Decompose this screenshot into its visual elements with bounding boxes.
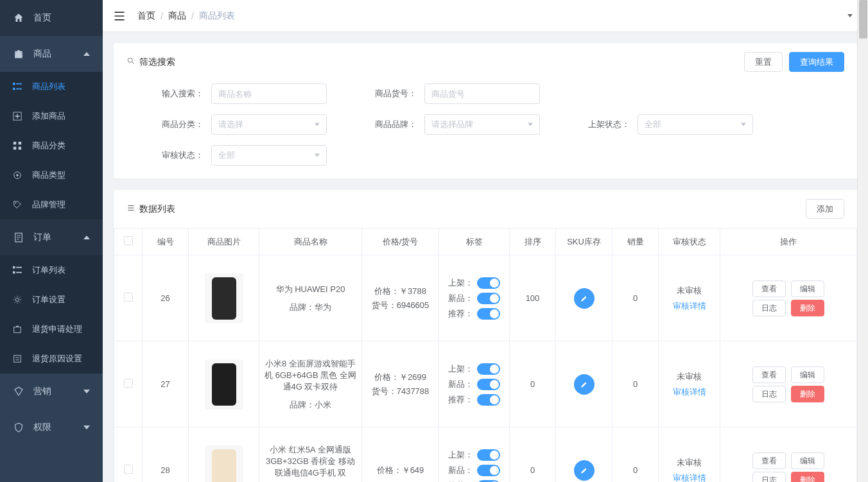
cell-price: 价格：￥2699 货号：7437788 (362, 341, 439, 427)
cell-sku-stock (556, 341, 612, 427)
svg-rect-1 (13, 83, 15, 85)
subnav-return-reason[interactable]: 退货原因设置 (0, 344, 103, 374)
svg-rect-20 (14, 356, 21, 363)
review-select[interactable]: 全部 (211, 145, 327, 166)
subnav-order-list[interactable]: 订单列表 (0, 255, 103, 285)
doc-icon (13, 232, 24, 243)
delete-button[interactable]: 删除 (791, 472, 824, 483)
cell-name: 小米 红米5A 全网通版 3GB+32GB 香槟金 移动联通电信4G手机 双 品… (259, 427, 362, 483)
svg-rect-3 (13, 88, 15, 90)
view-button[interactable]: 查看 (752, 280, 786, 297)
edit-button[interactable]: 编辑 (791, 452, 824, 469)
new-toggle[interactable] (477, 465, 500, 476)
chevron-down-icon (83, 426, 90, 429)
recommend-toggle[interactable] (477, 308, 500, 320)
cell-review: 未审核 审核详情 (659, 427, 720, 483)
review-detail-link[interactable]: 审核详情 (673, 386, 706, 398)
data-list-card: 数据列表 添加 编号 商品图片 (113, 189, 858, 482)
cell-image (189, 341, 259, 427)
log-button[interactable]: 日志 (752, 300, 786, 316)
cell-sort: 0 (510, 427, 556, 483)
row-checkbox[interactable] (124, 293, 133, 302)
row-checkbox[interactable] (124, 379, 133, 388)
cell-image (189, 427, 259, 483)
svg-rect-6 (13, 142, 16, 144)
table-row: 28 小米 红米5A 全网通版 3GB+32GB 香槟金 移动联通电信4G手机 … (114, 427, 857, 483)
add-button[interactable]: 添加 (806, 199, 844, 219)
data-table: 编号 商品图片 商品名称 价格/货号 标签 排序 SKU库存 销量 审核状态 操… (114, 228, 857, 482)
nav-product-label: 商品 (33, 48, 51, 60)
sidebar: 首页 商品 商品列表 添加商品 商品分类 商品类型 品牌管理 (0, 0, 103, 482)
page-scrollbar[interactable] (857, 0, 868, 482)
sku-input[interactable] (424, 83, 540, 104)
select-all-checkbox[interactable] (124, 236, 133, 245)
nav-order-label: 订单 (33, 232, 51, 243)
new-toggle[interactable] (477, 379, 500, 390)
svg-rect-4 (16, 89, 22, 90)
review-detail-link[interactable]: 审核详情 (673, 472, 706, 483)
svg-rect-9 (19, 147, 21, 150)
view-button[interactable]: 查看 (752, 452, 786, 469)
subnav-category[interactable]: 商品分类 (0, 131, 103, 160)
svg-rect-2 (16, 83, 22, 85)
reset-button[interactable]: 重置 (744, 52, 783, 72)
edit-sku-button[interactable] (574, 460, 595, 481)
publish-toggle[interactable] (477, 363, 500, 375)
shield-icon (13, 422, 24, 433)
cell-id: 28 (143, 427, 189, 483)
cell-price: 价格：￥649 (362, 427, 439, 483)
delete-button[interactable]: 删除 (791, 300, 824, 316)
subnav-add-product[interactable]: 添加商品 (0, 101, 103, 131)
plus-icon (13, 112, 22, 121)
log-button[interactable]: 日志 (752, 472, 786, 483)
subnav-type[interactable]: 商品类型 (0, 160, 103, 190)
nav-order[interactable]: 订单 (0, 219, 103, 255)
recommend-toggle[interactable] (477, 480, 500, 483)
cell-ops: 查看 编辑 日志 删除 (720, 255, 857, 341)
subnav-order-setting[interactable]: 订单设置 (0, 285, 103, 314)
publish-select[interactable]: 全部 (638, 114, 753, 135)
view-button[interactable]: 查看 (752, 366, 786, 383)
list-icon (13, 266, 22, 275)
subnav-product-list[interactable]: 商品列表 (0, 72, 103, 101)
topbar: 首页 / 商品 / 商品列表 (103, 0, 868, 32)
cell-id: 26 (143, 255, 189, 341)
nav-marketing[interactable]: 营销 (0, 374, 103, 409)
chevron-down-icon (741, 123, 746, 126)
search-icon (126, 56, 135, 67)
chevron-down-icon (315, 154, 320, 157)
breadcrumb-home[interactable]: 首页 (137, 10, 155, 22)
svg-point-21 (128, 58, 132, 62)
subnav-brand[interactable]: 品牌管理 (0, 190, 103, 219)
edit-button[interactable]: 编辑 (791, 280, 824, 297)
cell-sort: 100 (510, 255, 556, 341)
cell-ops: 查看 编辑 日志 删除 (720, 341, 857, 427)
hamburger-toggle[interactable] (113, 10, 126, 22)
svg-point-18 (15, 298, 19, 301)
edit-button[interactable]: 编辑 (791, 366, 824, 383)
delete-button[interactable]: 删除 (791, 386, 824, 402)
breadcrumb-product[interactable]: 商品 (168, 10, 186, 22)
nav-home[interactable]: 首页 (0, 0, 103, 36)
row-checkbox[interactable] (124, 465, 133, 474)
gear-icon (13, 295, 22, 304)
chevron-up-icon (83, 236, 90, 239)
search-input[interactable] (211, 83, 327, 104)
new-toggle[interactable] (477, 293, 500, 304)
review-detail-link[interactable]: 审核详情 (673, 300, 706, 312)
brand-select[interactable]: 请选择品牌 (424, 114, 540, 135)
subnav-return-apply[interactable]: 退货申请处理 (0, 314, 103, 344)
chevron-up-icon (83, 52, 90, 56)
log-button[interactable]: 日志 (752, 386, 786, 402)
publish-toggle[interactable] (477, 449, 500, 461)
publish-toggle[interactable] (477, 277, 500, 289)
edit-sku-button[interactable] (574, 374, 595, 395)
nav-product[interactable]: 商品 (0, 36, 103, 72)
cell-image (189, 255, 259, 341)
category-select[interactable]: 请选择 (211, 114, 327, 135)
recommend-toggle[interactable] (477, 394, 500, 406)
nav-home-label: 首页 (33, 12, 51, 24)
query-button[interactable]: 查询结果 (789, 52, 844, 72)
nav-permission[interactable]: 权限 (0, 409, 103, 445)
edit-sku-button[interactable] (574, 288, 595, 309)
